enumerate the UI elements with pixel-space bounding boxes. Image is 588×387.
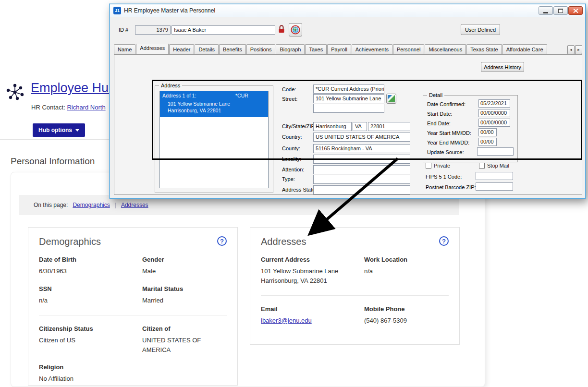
- tab-name[interactable]: Name: [114, 44, 135, 54]
- year-end-input[interactable]: 00/00: [478, 138, 497, 146]
- date-confirmed-input[interactable]: 05/23/2021: [478, 99, 510, 108]
- hr-contact-link[interactable]: Richard North: [67, 104, 105, 111]
- street-input[interactable]: 101 Yellow Submarine Lane: [313, 94, 384, 103]
- year-end-label: Year End MM/DD:: [427, 140, 469, 145]
- tab-scroll-right-button[interactable]: ►: [575, 45, 582, 54]
- on-this-page-link-demographics[interactable]: Demographics: [73, 202, 110, 208]
- fips-input[interactable]: [476, 172, 513, 180]
- street-label: Street:: [282, 96, 297, 102]
- help-icon[interactable]: ?: [439, 236, 449, 246]
- field-value: Married: [142, 296, 227, 305]
- year-start-input[interactable]: 00/00: [478, 128, 497, 136]
- field-label: Gender: [142, 256, 227, 263]
- update-source-input[interactable]: [477, 147, 514, 156]
- tab-header[interactable]: Header: [169, 44, 194, 54]
- field-citizenship-status: Citizenship Status Citizen of US: [39, 325, 142, 354]
- tab-benefits[interactable]: Benefits: [219, 44, 246, 54]
- tab-biograph[interactable]: Biograph: [276, 44, 305, 54]
- help-icon[interactable]: ?: [217, 236, 227, 246]
- field-value: (540) 867-5309: [364, 316, 449, 326]
- id-field[interactable]: 1379: [135, 25, 171, 35]
- on-this-page-link-addresses[interactable]: Addresses: [121, 202, 148, 208]
- maximize-icon: [558, 9, 563, 13]
- postnet-label: Postnet Barcode ZIP:: [426, 184, 476, 190]
- hr-employee-master-window: J1 HR Employee Master via Personnel ID #…: [110, 4, 586, 199]
- field-value: 6/30/1963: [39, 266, 142, 276]
- zip-input[interactable]: 22801: [368, 122, 410, 131]
- tab-taxes[interactable]: Taxes: [305, 44, 327, 54]
- field-value: n/a: [364, 266, 449, 276]
- postnet-input[interactable]: [476, 182, 513, 191]
- tab-miscellaneous[interactable]: Miscellaneous: [425, 44, 466, 54]
- minimize-button[interactable]: [539, 6, 553, 15]
- state-input[interactable]: VA: [353, 122, 367, 131]
- field-value: Citizen of US: [39, 336, 142, 345]
- checkbox-icon: [426, 163, 431, 169]
- field-religion: Religion No Affiliation: [39, 363, 142, 384]
- stop-mail-checkbox[interactable]: Stop Mail: [479, 163, 509, 169]
- field-value: Harrisonburg, VA 22801: [261, 276, 364, 286]
- field-value: 101 Yellow Submarine Lane: [261, 266, 364, 276]
- email-link[interactable]: ibaker3@jenu.edu: [261, 316, 364, 326]
- field-label: Citizen of: [142, 325, 227, 332]
- field-value: No Affiliation: [39, 374, 142, 384]
- minimize-icon: [543, 12, 548, 13]
- country-label: Country:: [282, 134, 302, 140]
- address-groupbox-legend: Address: [159, 83, 182, 88]
- address-status-input[interactable]: [313, 185, 410, 194]
- tab-details[interactable]: Details: [195, 44, 219, 54]
- hr-contact: HR Contact: Richard North: [31, 104, 106, 111]
- hub-options-label: Hub options: [38, 127, 72, 133]
- close-button[interactable]: [568, 6, 583, 15]
- private-checkbox[interactable]: Private: [426, 163, 450, 169]
- window-title: HR Employee Master via Personnel: [124, 7, 215, 14]
- address-list-item-selected[interactable]: Address 1 of 1: *CUR 101 Yellow Submarin…: [160, 91, 268, 117]
- card-divider: [261, 295, 449, 296]
- locality-input[interactable]: [313, 155, 410, 164]
- tab-personnel[interactable]: Personnel: [393, 44, 425, 54]
- user-defined-button[interactable]: User Defined: [461, 24, 500, 35]
- tab-payroll[interactable]: Payroll: [327, 44, 351, 54]
- country-input[interactable]: US UNITED STATES OF AMERICA: [313, 133, 410, 142]
- stop-mail-checkbox-label: Stop Mail: [487, 163, 509, 169]
- addresses-card: Addresses ? Current Address 101 Yellow S…: [250, 227, 460, 345]
- street2-input[interactable]: [313, 104, 384, 113]
- hr-contact-label: HR Contact:: [31, 104, 65, 111]
- page-title: Personal Information: [11, 156, 95, 167]
- field-gender: Gender Male: [142, 256, 227, 276]
- field-value: UNITED STATES OF AMERICA: [142, 336, 227, 354]
- county-input[interactable]: 51165 Rockingham - VA: [313, 144, 410, 153]
- address-verify-button[interactable]: [386, 94, 396, 104]
- start-date-label: Start Date:: [427, 111, 453, 117]
- hub-options-button[interactable]: Hub options: [33, 123, 85, 137]
- field-label: Religion: [39, 363, 142, 371]
- tab-achievements[interactable]: Achievements: [352, 44, 392, 54]
- maximize-button[interactable]: [553, 6, 568, 15]
- type-input[interactable]: [313, 175, 410, 184]
- locality-label: Locality:: [282, 156, 301, 162]
- address-history-button[interactable]: Address History: [481, 62, 524, 72]
- lock-icon: [278, 25, 285, 35]
- field-email: Email ibaker3@jenu.edu: [261, 305, 364, 326]
- city-state-zip-label: City/State/ZIP:: [282, 123, 316, 129]
- end-date-input[interactable]: 00/00/0000: [478, 119, 510, 127]
- app-icon: J1: [113, 7, 121, 14]
- city-input[interactable]: Harrisonburg: [313, 122, 352, 131]
- field-label: Work Location: [364, 256, 449, 263]
- globe-button[interactable]: [289, 23, 302, 36]
- attention-input[interactable]: [313, 165, 410, 174]
- county-label: County:: [282, 145, 300, 151]
- start-date-input[interactable]: 00/00/0000: [478, 109, 510, 117]
- field-label: Current Address: [261, 256, 364, 263]
- employee-name-field[interactable]: Isaac A Baker: [172, 25, 275, 35]
- tab-affordable-care[interactable]: Affordable Care: [502, 44, 547, 54]
- window-titlebar[interactable]: J1 HR Employee Master via Personnel: [110, 4, 585, 17]
- tab-scroll-left-button[interactable]: ◄: [567, 45, 575, 54]
- address-listbox[interactable]: Address 1 of 1: *CUR 101 Yellow Submarin…: [159, 91, 269, 188]
- tab-addresses[interactable]: Addresses: [136, 44, 169, 54]
- tab-texas-state[interactable]: Texas State: [466, 44, 502, 54]
- id-label: ID #: [119, 27, 128, 33]
- code-input[interactable]: *CUR Current Address (Priorit: [313, 85, 384, 94]
- employee-hub-title[interactable]: Employee Hub: [31, 81, 116, 96]
- tab-positions[interactable]: Positions: [246, 44, 276, 54]
